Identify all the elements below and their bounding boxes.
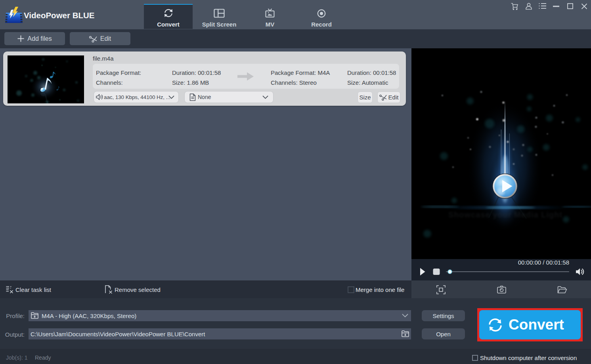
svg-text:Showcase your Media Light: Showcase your Media Light bbox=[448, 210, 562, 219]
